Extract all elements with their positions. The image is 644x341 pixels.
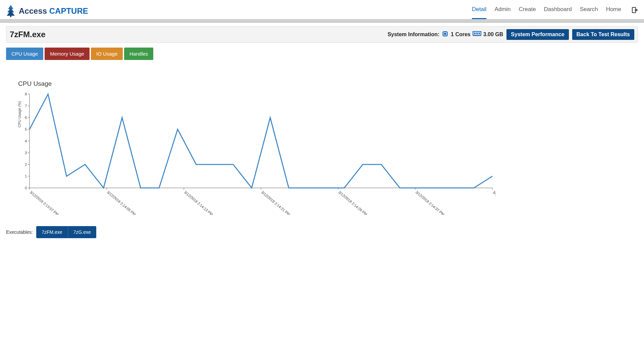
svg-rect-8: [479, 32, 480, 34]
svg-rect-0: [10, 16, 11, 17]
svg-text:CPU Usage (%): CPU Usage (%): [17, 101, 21, 127]
svg-text:3/12/2018 2:14:45 PM: 3/12/2018 2:14:45 PM: [492, 190, 496, 215]
svg-text:6: 6: [25, 116, 27, 120]
chart-area: 012345678CPU Usage (%)3/12/2018 2:13:57 …: [16, 91, 638, 215]
nav-dashboard[interactable]: Dashboard: [544, 3, 572, 19]
nav-home[interactable]: Home: [606, 3, 621, 19]
system-performance-button[interactable]: System Performance: [506, 29, 569, 40]
brand-logo-icon: [6, 4, 15, 18]
tab-io-usage[interactable]: IO Usage: [91, 48, 123, 60]
nav-detail[interactable]: Detail: [472, 3, 486, 19]
separator-strip: [0, 19, 644, 23]
nav-admin[interactable]: Admin: [494, 3, 511, 19]
svg-text:8: 8: [25, 92, 27, 96]
svg-rect-3: [444, 33, 446, 35]
brand-title: Access CAPTURE: [19, 6, 88, 16]
tab-handles[interactable]: Handles: [124, 48, 153, 60]
svg-text:3/12/2018 2:13:57 PM: 3/12/2018 2:13:57 PM: [29, 190, 60, 215]
svg-text:3/12/2018 2:14:37 PM: 3/12/2018 2:14:37 PM: [415, 190, 445, 215]
executable-7zfm[interactable]: 7zFM.exe: [36, 226, 67, 238]
cpu-icon: [441, 30, 449, 39]
executable-7zg[interactable]: 7zG.exe: [68, 226, 96, 238]
logout-icon[interactable]: [632, 3, 638, 19]
svg-text:7: 7: [25, 104, 27, 108]
tab-cpu-usage[interactable]: CPU Usage: [6, 48, 43, 60]
svg-rect-6: [476, 32, 477, 34]
svg-text:3: 3: [25, 151, 27, 155]
page-body: 7zFM.exe System Information: 1 Cores: [0, 23, 644, 242]
titlebar-right: System Information: 1 Cores: [387, 29, 634, 40]
svg-text:3/12/2018 2:14:05 PM: 3/12/2018 2:14:05 PM: [106, 190, 137, 215]
svg-rect-5: [474, 32, 475, 34]
executables-label: Executables:: [6, 229, 33, 235]
main-nav: Detail Admin Create Dashboard Search Hom…: [472, 3, 638, 19]
executables-buttons: 7zFM.exe 7zG.exe: [36, 226, 96, 238]
svg-rect-7: [477, 32, 478, 34]
nav-search[interactable]: Search: [580, 3, 598, 19]
brand-access: Access: [19, 6, 47, 15]
metric-tabs: CPU Usage Memory Usage IO Usage Handles: [6, 48, 638, 60]
svg-text:3/12/2018 2:14:13 PM: 3/12/2018 2:14:13 PM: [183, 190, 214, 215]
memory-value: 3.00 GB: [483, 31, 503, 38]
brand-capture: CAPTURE: [49, 6, 88, 15]
svg-text:1: 1: [25, 174, 27, 178]
svg-text:3/12/2018 2:14:21 PM: 3/12/2018 2:14:21 PM: [261, 190, 291, 215]
tab-memory-usage[interactable]: Memory Usage: [45, 48, 90, 60]
memory-icon: [473, 30, 481, 39]
system-info-label: System Information:: [387, 31, 439, 38]
brand: Access CAPTURE: [6, 4, 88, 18]
svg-text:4: 4: [25, 139, 27, 143]
chart-title: CPU Usage: [18, 80, 638, 87]
cores-value: 1 Cores: [451, 31, 471, 38]
titlebar: 7zFM.exe System Information: 1 Cores: [6, 26, 638, 43]
executables-row: Executables: 7zFM.exe 7zG.exe: [6, 226, 638, 238]
chart-container: CPU Usage 012345678CPU Usage (%)3/12/201…: [6, 80, 638, 215]
nav-create[interactable]: Create: [519, 3, 536, 19]
page-title: 7zFM.exe: [10, 30, 46, 39]
cpu-usage-chart: 012345678CPU Usage (%)3/12/2018 2:13:57 …: [16, 91, 496, 215]
svg-text:2: 2: [25, 162, 27, 166]
svg-text:0: 0: [25, 186, 27, 190]
back-to-results-button[interactable]: Back To Test Results: [572, 29, 634, 40]
svg-text:3/12/2018 2:14:29 PM: 3/12/2018 2:14:29 PM: [338, 190, 368, 215]
system-info: System Information: 1 Cores: [387, 30, 503, 39]
topbar: Access CAPTURE Detail Admin Create Dashb…: [0, 0, 644, 19]
svg-text:5: 5: [25, 127, 27, 131]
